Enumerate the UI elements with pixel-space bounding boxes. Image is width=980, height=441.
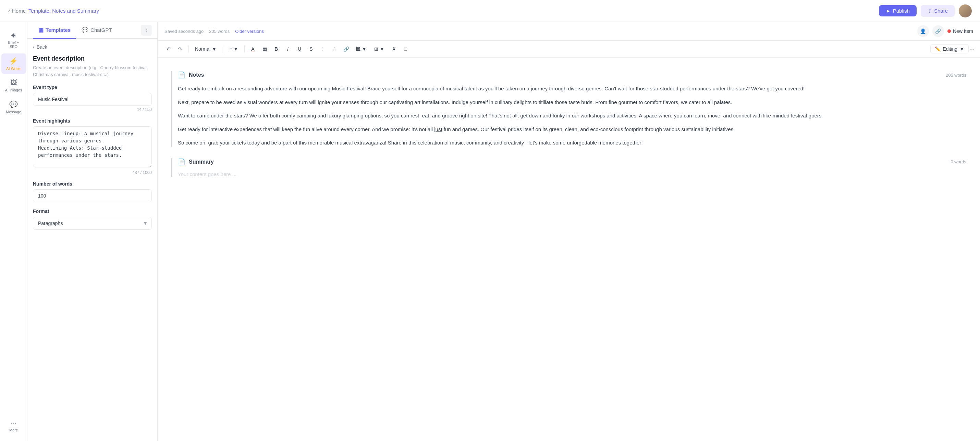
link-button[interactable]: 🔗 [340, 43, 352, 54]
notes-para-4: Get ready for interactive experiences th… [178, 125, 966, 134]
saved-label: Saved seconds ago [164, 29, 204, 34]
share-button[interactable]: ⇧ Share [921, 5, 955, 17]
toolbar-divider-3 [244, 45, 245, 53]
user-circle-button[interactable]: 👤 [917, 25, 929, 37]
format-field: Format Paragraphs Bullet Points Numbered… [33, 208, 152, 230]
new-item-label: New Item [953, 29, 973, 34]
text-style-label: Normal [195, 46, 210, 52]
avatar[interactable] [959, 5, 972, 17]
editing-dropdown[interactable]: ✏️ Editing ▼ [930, 44, 969, 53]
notes-para-3: Want to camp under the stars? We offer b… [178, 111, 966, 120]
summary-word-count: 0 words [951, 159, 966, 164]
summary-placeholder: Your content goes here ... [178, 171, 966, 177]
notes-para-2: Next, prepare to be awed as visual wonde… [178, 98, 966, 107]
italic-button[interactable]: I [282, 43, 293, 54]
image-icon: 🖼 [356, 46, 361, 52]
underline-just: just [434, 126, 442, 132]
editor-content[interactable]: 📄 Notes 205 words Get ready to embark on… [158, 57, 980, 441]
summary-icon: 📄 [178, 158, 185, 166]
ai-images-icon: 🖼 [10, 79, 17, 87]
event-highlights-textarea[interactable]: Diverse Lineup: A musical journey throug… [33, 126, 152, 167]
home-link[interactable]: ‹ Home [8, 8, 26, 14]
summary-section: 📄 Summary 0 words Your content goes here… [171, 158, 966, 177]
format-select[interactable]: Paragraphs Bullet Points Numbered List [33, 217, 152, 230]
notes-para-1: Get ready to embark on a resounding adve… [178, 84, 966, 93]
number-of-words-field: Number of words [33, 181, 152, 202]
home-label: Home [12, 8, 26, 14]
publish-button[interactable]: ► Publish [879, 5, 916, 16]
sidebar-item-message[interactable]: 💬 Message [2, 97, 26, 117]
brief-seo-icon: ◈ [11, 31, 16, 39]
sidebar-item-ai-images[interactable]: 🖼 AI Images [2, 75, 26, 95]
event-highlights-label: Event highlights [33, 118, 152, 124]
highlight-button[interactable]: ▦ [259, 43, 270, 54]
sidebar-label-ai-writer: AI Writer [6, 67, 21, 71]
edit-pencil-icon: ✏️ [935, 46, 940, 52]
share-circle-button[interactable]: 🔗 [932, 25, 944, 37]
notes-icon: 📄 [178, 71, 185, 79]
sidebar-item-ai-writer[interactable]: ⚡ AI Writer [2, 53, 26, 74]
editor-topbar: Saved seconds ago 205 words Older versio… [158, 22, 980, 41]
event-type-counter: 14 / 150 [33, 107, 152, 112]
bullet-list-button[interactable]: ⁝ [317, 43, 328, 54]
sidebar-item-more[interactable]: ··· More [2, 415, 26, 436]
toolbar-divider-1 [188, 45, 189, 53]
image-select[interactable]: 🖼 ▼ [352, 45, 370, 53]
panel-tabs: ▦ Templates 💬 ChatGPT ‹ [27, 22, 157, 39]
toolbar-more-button[interactable]: ··· [969, 46, 975, 53]
table-icon: ⊞ [374, 46, 378, 52]
event-type-input[interactable] [33, 93, 152, 106]
sidebar-label-more: More [9, 428, 18, 432]
format-label: Format [33, 208, 152, 214]
underline-button[interactable]: U [294, 43, 305, 54]
back-button[interactable]: ‹ Back [33, 44, 47, 50]
redo-button[interactable]: ↷ [175, 43, 186, 54]
table-select[interactable]: ⊞ ▼ [371, 45, 388, 53]
text-style-arrow-icon: ▼ [212, 46, 216, 52]
align-arrow-icon: ▼ [233, 46, 238, 52]
event-highlights-field: Event highlights Diverse Lineup: A music… [33, 118, 152, 175]
editing-arrow-icon: ▼ [959, 46, 964, 52]
bold-button[interactable]: B [271, 43, 282, 54]
comment-button[interactable]: □ [400, 43, 411, 54]
words-label: 205 words [209, 29, 229, 34]
main-layout: ◈ Brief + SEO ⚡ AI Writer 🖼 AI Images 💬 … [0, 22, 980, 441]
panel: ▦ Templates 💬 ChatGPT ‹ ‹ Back Event des… [27, 22, 158, 441]
event-type-label: Event type [33, 84, 152, 90]
align-select[interactable]: ≡ ▼ [226, 45, 242, 53]
template-title: Template: Notes and Summary [29, 8, 99, 14]
number-of-words-label: Number of words [33, 181, 152, 187]
publish-icon: ► [886, 8, 891, 14]
new-item-button[interactable]: New Item [947, 29, 973, 34]
back-label: Back [37, 44, 47, 50]
notes-word-count: 205 words [946, 73, 966, 78]
table-arrow-icon: ▼ [380, 46, 385, 52]
image-arrow-icon: ▼ [362, 46, 367, 52]
strikethrough-button[interactable]: S [305, 43, 317, 54]
share-label: Share [934, 8, 948, 14]
notes-section: 📄 Notes 205 words Get ready to embark on… [171, 66, 966, 147]
topbar-right: ► Publish ⇧ Share [879, 5, 972, 17]
number-of-words-input[interactable] [33, 189, 152, 202]
text-style-select[interactable]: Normal ▼ [191, 45, 220, 53]
new-item-dot-icon [947, 29, 951, 33]
editor-actions: 👤 🔗 New Item [917, 25, 973, 37]
panel-collapse-button[interactable]: ‹ [141, 25, 152, 36]
template-name: Notes and Summary [52, 8, 99, 14]
ordered-list-button[interactable]: ∴ [329, 43, 340, 54]
tab-chatgpt[interactable]: 💬 ChatGPT [76, 22, 118, 39]
event-highlights-counter: 437 / 1000 [33, 170, 152, 175]
back-arrow-icon: ‹ [33, 44, 35, 50]
sidebar-label-brief-seo: Brief + SEO [4, 40, 23, 49]
topbar: ‹ Home Template: Notes and Summary ► Pub… [0, 0, 980, 22]
format-select-wrapper: Paragraphs Bullet Points Numbered List ▼ [33, 217, 152, 230]
toolbar: ↶ ↷ Normal ▼ ≡ ▼ A ▦ B I U S ⁝ ∴ 🔗 🖼 [158, 41, 980, 57]
text-color-button[interactable]: A [247, 43, 258, 54]
undo-button[interactable]: ↶ [163, 43, 174, 54]
notes-para-5: So come on, grab your tickets today and … [178, 138, 966, 147]
editor-meta: Saved seconds ago 205 words Older versio… [164, 29, 264, 34]
clear-format-button[interactable]: ✗ [388, 43, 399, 54]
sidebar-item-brief-seo[interactable]: ◈ Brief + SEO [2, 27, 26, 52]
tab-templates[interactable]: ▦ Templates [33, 22, 76, 39]
older-versions-link[interactable]: Older versions [235, 29, 264, 34]
